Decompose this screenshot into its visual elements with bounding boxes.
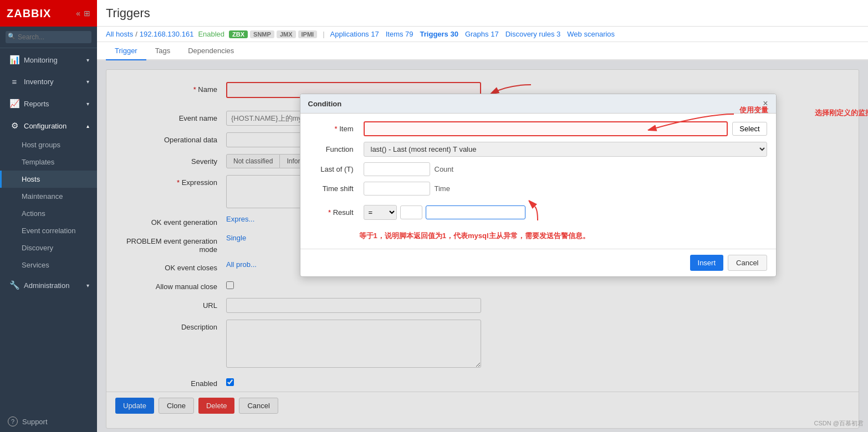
breadcrumb-host-ip[interactable]: 192.168.130.161 xyxy=(140,30,194,38)
sidebar-item-inventory[interactable]: ≡ Inventory ▾ xyxy=(0,71,97,92)
nav-reports: 📈 Reports ▾ xyxy=(0,93,97,114)
modal-row-function: Function last() - Last (most recent) T v… xyxy=(309,142,767,157)
modal-row-time-shift: Time shift Time xyxy=(309,182,767,196)
main-content: Triggers All hosts / 192.168.130.161 Ena… xyxy=(97,0,868,432)
function-select[interactable]: last() - Last (most recent) T value xyxy=(364,142,767,157)
sidebar-item-event-correlation[interactable]: Event correlation xyxy=(0,222,97,239)
time-label: Time xyxy=(435,184,450,193)
result-eq-select[interactable]: = xyxy=(364,205,397,220)
badge-snmp[interactable]: SNMP xyxy=(250,30,274,38)
annotation-select-monitoring: 选择刚定义的监控项。 xyxy=(815,108,869,118)
collapse-icon[interactable]: « xyxy=(76,9,80,18)
sidebar-item-hosts[interactable]: Hosts xyxy=(0,171,97,188)
sidebar-item-templates[interactable]: Templates xyxy=(0,153,97,171)
result-row: = 1 xyxy=(364,201,565,223)
admin-icon: 🔧 xyxy=(9,280,19,290)
sidebar-item-maintenance[interactable]: Maintenance xyxy=(0,188,97,205)
tab-trigger[interactable]: Trigger xyxy=(106,42,146,60)
last-of-input[interactable] xyxy=(364,162,430,176)
sidebar-item-configuration[interactable]: ⚙ Configuration ▴ xyxy=(0,115,97,136)
tab-dependencies[interactable]: Dependencies xyxy=(179,42,243,60)
sidebar-item-discovery[interactable]: Discovery xyxy=(0,239,97,256)
search-input[interactable] xyxy=(6,31,91,43)
topbar: Triggers xyxy=(97,0,868,27)
modal-header: Condition × xyxy=(300,94,776,114)
form-area: 使用变量 Name {HOST.NAME}上的mysql主从异常！！ xyxy=(97,60,868,432)
watermark: CSDN @百慕初君 xyxy=(814,419,864,428)
insert-button[interactable]: Insert xyxy=(690,255,724,271)
breadcrumb-all-hosts[interactable]: All hosts xyxy=(106,30,133,38)
annotation-use-variable: 使用变量 xyxy=(739,105,768,115)
result-value-input[interactable]: 1 xyxy=(400,205,422,219)
sidebar-item-host-groups[interactable]: Host groups xyxy=(0,136,97,153)
reports-icon: 📈 xyxy=(9,99,19,109)
sidebar-search-area xyxy=(0,27,97,48)
badge-zbx[interactable]: ZBX xyxy=(229,30,248,38)
modal-time-shift-label: Time shift xyxy=(309,184,359,193)
badge-ipmi[interactable]: IPMI xyxy=(298,30,318,38)
breadcrumb-sep1: / xyxy=(135,30,137,38)
modal-body: Item 192.168.130.161: 监控mysql主从状态 Select xyxy=(300,114,776,249)
sidebar-logo: ZABBIX « ⊞ xyxy=(0,0,97,27)
breadcrumb-graphs[interactable]: Graphs 17 xyxy=(465,30,499,38)
sidebar-item-support[interactable]: ? Support xyxy=(0,411,97,432)
breadcrumb-discovery-rules[interactable]: Discovery rules 3 xyxy=(506,30,561,38)
modal-result-label: Result xyxy=(309,208,359,217)
nav-configuration: ⚙ Configuration ▴ Host groups Templates … xyxy=(0,115,97,274)
modal-cancel-button[interactable]: Cancel xyxy=(728,255,767,271)
breadcrumb-items[interactable]: Items 79 xyxy=(386,30,413,38)
inventory-icon: ≡ xyxy=(9,77,19,86)
chevron-icon: ▾ xyxy=(86,282,89,289)
breadcrumb: All hosts / 192.168.130.161 Enabled ZBX … xyxy=(97,27,868,42)
sidebar-item-services[interactable]: Services xyxy=(0,256,97,274)
chevron-icon: ▾ xyxy=(86,57,89,63)
breadcrumb-enabled: Enabled xyxy=(198,30,224,38)
breadcrumb-triggers[interactable]: Triggers 30 xyxy=(420,30,458,38)
chevron-icon: ▴ xyxy=(86,123,89,129)
result-arrow xyxy=(532,201,565,223)
modal-last-of-label: Last of (T) xyxy=(309,165,359,173)
sidebar-item-label: Configuration xyxy=(24,122,82,130)
modal-row-last-of: Last of (T) Count xyxy=(309,162,767,176)
modal-row-result: Result = 1 xyxy=(309,201,767,223)
configuration-icon: ⚙ xyxy=(9,121,19,131)
monitoring-icon: 📊 xyxy=(9,55,19,65)
sidebar-item-label: Inventory xyxy=(24,78,82,86)
tab-tags[interactable]: Tags xyxy=(146,42,179,60)
annotation-equals-one-text: 等于1，说明脚本返回值为1，代表mysql主从异常，需要发送告警信息。 xyxy=(359,232,590,240)
modal-overlay: Condition × 选择刚定义的监控项。 Item 192.168.130.… xyxy=(97,60,868,432)
modal-function-label: Function xyxy=(309,145,359,153)
sidebar-item-label: Monitoring xyxy=(24,56,82,64)
sidebar-item-label: Reports xyxy=(24,100,82,108)
grid-icon[interactable]: ⊞ xyxy=(84,9,90,18)
logo-text: ZABBIX xyxy=(7,7,51,20)
nav-inventory: ≡ Inventory ▾ xyxy=(0,71,97,92)
sidebar-item-label: Administration xyxy=(24,281,82,290)
count-label: Count xyxy=(435,165,454,173)
support-icon: ? xyxy=(8,416,18,426)
nav-monitoring: 📊 Monitoring ▾ xyxy=(0,49,97,70)
result-extra-input[interactable] xyxy=(426,205,525,219)
modal-footer: Insert Cancel xyxy=(300,249,776,276)
annotation-select-monitoring-label xyxy=(651,111,739,141)
sidebar: ZABBIX « ⊞ 📊 Monitoring ▾ ≡ Inventory ▾ … xyxy=(0,0,97,432)
modal-item-label: Item xyxy=(309,125,359,133)
breadcrumb-applications[interactable]: Applications 17 xyxy=(330,30,379,38)
chevron-icon: ▾ xyxy=(86,79,89,85)
sidebar-item-monitoring[interactable]: 📊 Monitoring ▾ xyxy=(0,49,97,70)
condition-modal: Condition × 选择刚定义的监控项。 Item 192.168.130.… xyxy=(300,94,777,277)
chevron-icon: ▾ xyxy=(86,101,89,107)
nav-administration: 🔧 Administration ▾ xyxy=(0,275,97,296)
time-shift-input[interactable] xyxy=(364,182,430,196)
breadcrumb-web-scenarios[interactable]: Web scenarios xyxy=(567,30,615,38)
sidebar-item-reports[interactable]: 📈 Reports ▾ xyxy=(0,93,97,114)
badge-jmx[interactable]: JMX xyxy=(277,30,296,38)
sidebar-item-administration[interactable]: 🔧 Administration ▾ xyxy=(0,275,97,296)
page-title: Triggers xyxy=(106,6,150,20)
tabs: Trigger Tags Dependencies xyxy=(97,42,868,60)
modal-title: Condition xyxy=(308,100,342,108)
sidebar-item-actions[interactable]: Actions xyxy=(0,205,97,222)
annotation-equals-one: 等于1，说明脚本返回值为1，代表mysql主从异常，需要发送告警信息。 xyxy=(309,229,767,241)
